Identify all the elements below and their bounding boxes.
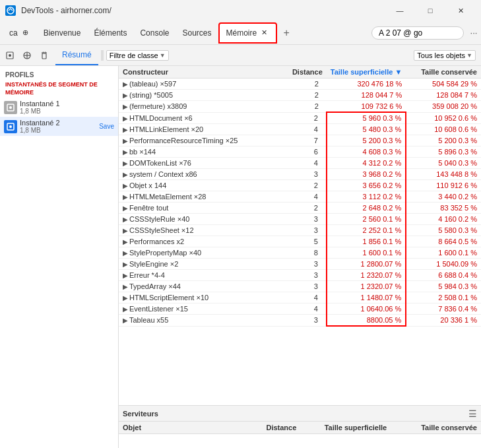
table-row[interactable]: ▶Performances x251 856 0.1 %8 664 0.5 %: [119, 236, 481, 247]
all-objects-arrow: ▼: [466, 52, 472, 59]
table-row[interactable]: ▶(string) *50052128 044 7 %128 084 7 %: [119, 90, 481, 101]
table-row[interactable]: ▶Fenêtre tout22 648 0.2 %83 352 5 %: [119, 203, 481, 214]
row-expander[interactable]: ▶: [123, 148, 128, 156]
table-row[interactable]: ▶Objet x 14423 656 0.2 %110 912 6 %: [119, 180, 481, 191]
table-row[interactable]: ▶EventListener ×1541 0640.06 %7 836 0.4 …: [119, 304, 481, 315]
tab-resume[interactable]: Résumé: [55, 45, 98, 65]
row-expander[interactable]: ▶: [123, 193, 128, 201]
table-row[interactable]: ▶(fermeture) x38092109 732 6 %359 008 20…: [119, 101, 481, 113]
tab-ca[interactable]: ca ⊕: [3, 22, 37, 44]
bottom-toolbar-icon[interactable]: ☰: [468, 408, 477, 419]
table-row[interactable]: ▶CSSStyleSheet ×1232 252 0.1 %5 580 0.3 …: [119, 225, 481, 236]
row-expander[interactable]: ▶: [123, 317, 128, 324]
cell-retained: 20 336 1 %: [406, 315, 481, 327]
table-row[interactable]: ▶DOMTokenList ×7644 312 0.2 %5 040 0.3 %: [119, 158, 481, 169]
row-expander[interactable]: ▶: [123, 92, 128, 99]
profiles-title: Profils: [0, 69, 118, 80]
table-row[interactable]: ▶CSSStyleRule ×4032 560 0.1 %4 160 0.2 %: [119, 214, 481, 225]
row-expander[interactable]: ▶: [123, 249, 128, 257]
row-expander[interactable]: ▶: [123, 103, 128, 110]
row-expander[interactable]: ▶: [123, 261, 128, 268]
row-expander[interactable]: ▶: [123, 205, 128, 212]
row-expander[interactable]: ▶: [123, 171, 128, 178]
table-row[interactable]: ▶HTMLDocument ×625 960 0.3 %10 952 0.6 %: [119, 112, 481, 124]
right-panel: Constructeur Distance Taille superficiel…: [119, 66, 481, 448]
col-shallow[interactable]: Taille superficielle ▼: [327, 66, 406, 79]
cell-shallow: 1 2320.07 %: [327, 281, 406, 292]
table-row[interactable]: ▶bb ×14464 608 0.3 %5 896 0.3 %: [119, 146, 481, 158]
row-expander[interactable]: ▶: [123, 227, 128, 234]
snapshot-2-save[interactable]: Save: [99, 123, 114, 130]
devtools-icon-group: [3, 48, 51, 63]
cell-shallow: 2 252 0.1 %: [327, 225, 406, 236]
snapshot-2[interactable]: Instantané 2 1,8 MB Save: [0, 117, 118, 136]
cell-distance: 2: [288, 112, 327, 124]
cell-shallow: 109 732 6 %: [327, 101, 406, 113]
close-button[interactable]: ✕: [445, 0, 476, 21]
row-expander[interactable]: ▶: [123, 238, 128, 245]
cell-retained: 10 608 0.6 %: [406, 124, 481, 135]
cell-retained: 8 664 0.5 %: [406, 236, 481, 247]
minimize-button[interactable]: —: [385, 0, 415, 21]
cell-distance: 4: [288, 191, 327, 203]
cell-shallow: 4 608 0.3 %: [327, 146, 406, 158]
browser-tabbar: ca ⊕ Bienvenue Éléments Console Sources …: [0, 21, 481, 45]
row-expander[interactable]: ▶: [123, 115, 128, 122]
bottom-col-shallow[interactable]: Taille superficielle: [300, 422, 391, 434]
all-objects-dropdown[interactable]: Tous les objets ▼: [414, 50, 476, 61]
cell-distance: 2: [288, 90, 327, 101]
tab-sources[interactable]: Sources: [176, 22, 218, 44]
maximize-button[interactable]: □: [415, 0, 445, 21]
table-row[interactable]: ▶HTMLMetaElement ×2843 112 0.2 %3 440 0.…: [119, 191, 481, 203]
table-row[interactable]: ▶HTMLLinkElement ×2045 480 0.3 %10 608 0…: [119, 124, 481, 135]
omnibox[interactable]: A 2 07 @ go: [371, 26, 464, 40]
table-row[interactable]: ▶Tableau x5538800.05 %20 336 1 %: [119, 315, 481, 327]
cell-retained: 2 508 0.1 %: [406, 292, 481, 304]
tab-ca-close[interactable]: ⊕: [20, 28, 30, 38]
row-expander[interactable]: ▶: [123, 294, 128, 302]
table-row[interactable]: ▶PerformanceResourceTiming ×2575 200 0.3…: [119, 135, 481, 146]
table-row[interactable]: ▶StyleEngine ×231 2800.07 %1 5040.09 %: [119, 259, 481, 270]
row-expander[interactable]: ▶: [123, 160, 128, 167]
col-retained[interactable]: Taille conservée: [406, 66, 481, 79]
trash-icon[interactable]: [37, 48, 51, 63]
bottom-col-distance[interactable]: Distance: [262, 422, 300, 434]
cell-distance: 2: [288, 101, 327, 113]
tab-resume-label: Résumé: [62, 50, 92, 59]
row-expander[interactable]: ▶: [123, 283, 128, 290]
col-distance[interactable]: Distance: [288, 66, 327, 79]
filter-classe-dropdown[interactable]: Filtre de classe ▼: [106, 50, 169, 61]
cell-distance: 4: [288, 292, 327, 304]
add-tab-button[interactable]: +: [277, 24, 296, 42]
table-row[interactable]: ▶system / Context x8633 968 0.2 %143 448…: [119, 169, 481, 180]
tab-elements[interactable]: Éléments: [87, 22, 133, 44]
table-row[interactable]: ▶(tableau) ×5972320 476 18 %504 584 29 %: [119, 79, 481, 90]
bottom-col-object[interactable]: Objet: [119, 422, 262, 434]
tab-memoire[interactable]: Mémoire ✕: [218, 22, 278, 44]
table-row[interactable]: ▶TypedArray ×4431 2320.07 %5 984 0.3 %: [119, 281, 481, 292]
row-expander[interactable]: ▶: [123, 182, 128, 189]
col-constructor[interactable]: Constructeur: [119, 66, 288, 79]
table-row[interactable]: ▶HTMLScriptElement ×1041 1480.07 %2 508 …: [119, 292, 481, 304]
inspect-icon[interactable]: [3, 48, 17, 63]
table-row[interactable]: ▶StylePropertyMap ×4081 600 0.1 %1 600 0…: [119, 247, 481, 259]
row-expander[interactable]: ▶: [123, 272, 128, 279]
row-expander[interactable]: ▶: [123, 216, 128, 223]
tab-bienvenue[interactable]: Bienvenue: [37, 22, 88, 44]
svg-point-2: [9, 54, 11, 57]
snapshot-1[interactable]: Instantané 1 1,8 MB: [0, 98, 118, 117]
table-container[interactable]: Constructeur Distance Taille superficiel…: [119, 66, 481, 405]
table-row[interactable]: ▶Erreur *4-431 2320.07 %6 688 0.4 %: [119, 270, 481, 281]
row-expander[interactable]: ▶: [123, 126, 128, 133]
tab-console[interactable]: Console: [133, 22, 176, 44]
bottom-col-retained[interactable]: Taille conservée: [391, 422, 481, 434]
cursor-icon[interactable]: [20, 48, 34, 63]
more-options-button[interactable]: ···: [466, 26, 481, 40]
tab-memoire-close[interactable]: ✕: [259, 28, 269, 38]
row-expander[interactable]: ▶: [123, 305, 128, 313]
titlebar-title: DevTools - airhorner.com/: [21, 6, 112, 15]
row-expander[interactable]: ▶: [123, 80, 128, 88]
cell-shallow: 128 044 7 %: [327, 90, 406, 101]
row-expander[interactable]: ▶: [123, 137, 128, 144]
cell-shallow: 5 960 0.3 %: [327, 112, 406, 124]
